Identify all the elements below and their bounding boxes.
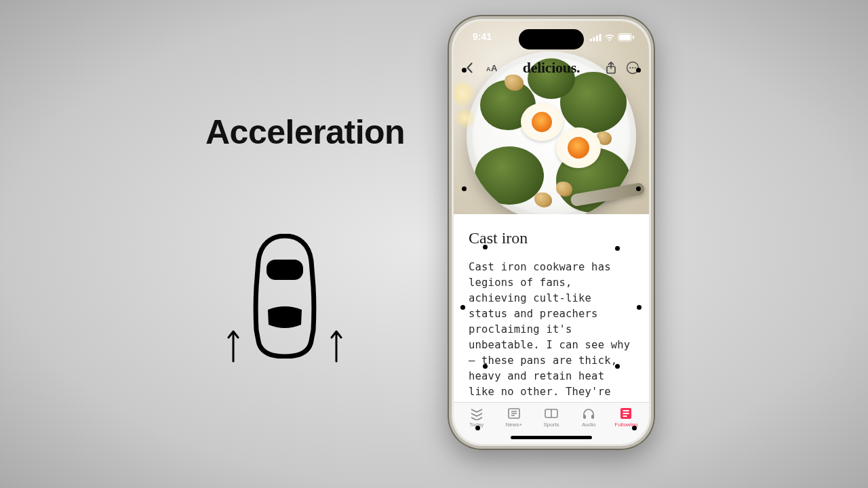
- tab-label: Audio: [582, 422, 595, 428]
- tab-label: Sports: [543, 422, 559, 428]
- publisher-title: delicious.: [523, 59, 580, 77]
- motion-dot: [462, 186, 467, 191]
- svg-rect-7: [633, 36, 634, 39]
- svg-point-13: [632, 67, 633, 68]
- svg-rect-24: [623, 410, 629, 411]
- headphones-icon: [581, 407, 596, 420]
- tab-newsplus[interactable]: News+: [495, 407, 532, 428]
- tab-audio[interactable]: Audio: [570, 407, 608, 428]
- tab-today[interactable]: Today: [458, 407, 495, 428]
- motion-dot: [475, 426, 480, 430]
- tab-sports[interactable]: Sports: [532, 407, 570, 428]
- home-indicator[interactable]: [511, 436, 592, 439]
- svg-rect-0: [267, 260, 303, 280]
- following-icon: [618, 407, 633, 420]
- svg-rect-3: [596, 35, 598, 41]
- motion-dot: [460, 305, 465, 310]
- article-body: Cast iron cookware has legions of fans, …: [469, 260, 634, 402]
- news-icon: [469, 407, 484, 420]
- svg-point-12: [629, 67, 631, 68]
- svg-rect-2: [593, 37, 595, 41]
- iphone-frame: 9:41 AA: [448, 15, 655, 450]
- arrow-up-icon: [330, 327, 343, 363]
- motion-dot: [632, 426, 637, 430]
- tab-following[interactable]: Following: [608, 407, 645, 428]
- svg-rect-21: [583, 415, 586, 419]
- share-button[interactable]: [604, 61, 618, 75]
- text-size-button[interactable]: AA: [485, 61, 498, 75]
- dynamic-island: [519, 29, 584, 49]
- article-title: Cast iron: [469, 229, 634, 247]
- scoreboard-icon: [544, 407, 559, 420]
- motion-dot: [637, 305, 642, 310]
- svg-text:A: A: [491, 63, 498, 73]
- acceleration-diagram: [222, 234, 347, 363]
- slide-heading: Acceleration: [205, 113, 405, 152]
- wifi-icon: [604, 34, 615, 41]
- battery-icon: [618, 33, 634, 41]
- tab-label: News+: [505, 422, 522, 428]
- article-nav-bar: AA delicious.: [454, 55, 649, 81]
- article-body-region[interactable]: Cast iron Cast iron cookware has legions…: [454, 214, 649, 402]
- car-top-icon: [252, 234, 317, 359]
- motion-dot: [636, 186, 641, 191]
- iphone-screen: 9:41 AA: [454, 21, 649, 444]
- svg-rect-1: [590, 39, 592, 41]
- motion-dot: [462, 68, 467, 73]
- motion-dot: [636, 68, 641, 73]
- motion-dot: [615, 364, 620, 369]
- arrow-up-icon: [226, 327, 240, 363]
- svg-rect-4: [599, 34, 601, 41]
- status-time: 9:41: [473, 31, 492, 42]
- svg-rect-6: [619, 35, 631, 40]
- svg-rect-26: [623, 415, 627, 417]
- svg-rect-25: [623, 413, 629, 414]
- cellular-icon: [590, 34, 601, 41]
- newsplus-icon: [507, 407, 521, 420]
- svg-rect-22: [591, 415, 594, 419]
- motion-dot: [615, 246, 620, 251]
- motion-dot: [483, 364, 488, 369]
- svg-text:A: A: [486, 66, 491, 73]
- motion-dot: [483, 245, 488, 249]
